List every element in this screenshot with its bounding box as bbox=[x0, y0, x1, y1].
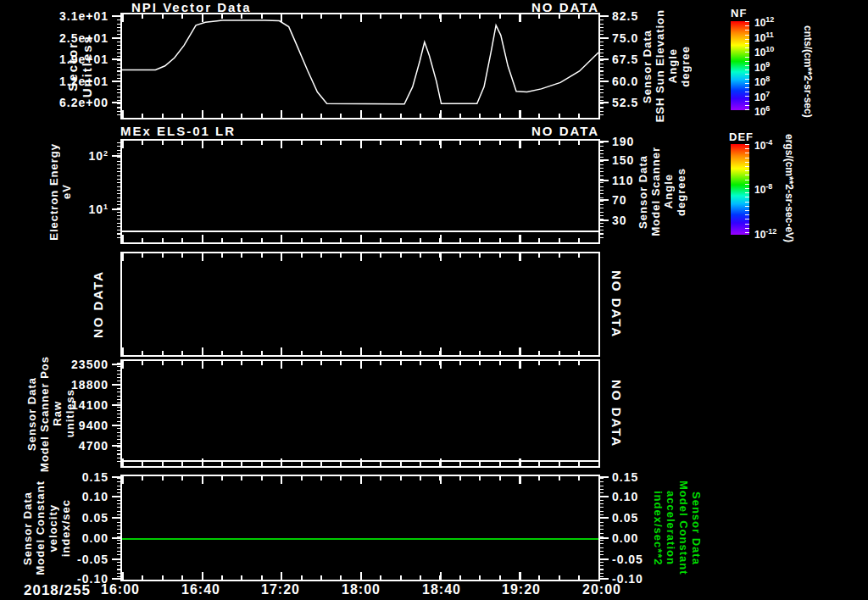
y-tick-label: 110 bbox=[612, 174, 634, 187]
y-tick-label: 4700 bbox=[79, 439, 108, 453]
def-tick-label: 10-8 bbox=[754, 182, 772, 196]
y-tick-label: 0.15 bbox=[612, 470, 638, 484]
y-tick-label: 0.15 bbox=[82, 470, 108, 484]
nf-tick-label: 109 bbox=[754, 60, 770, 74]
y-tick bbox=[112, 102, 122, 103]
y-tick bbox=[112, 37, 122, 39]
time-tick-label: 19:20 bbox=[487, 582, 555, 597]
x-minor-ticks bbox=[122, 141, 598, 145]
y-tick bbox=[112, 384, 122, 386]
y-minor-ticks-left bbox=[117, 142, 122, 241]
y-tick bbox=[112, 476, 122, 478]
time-tick-label: 18:00 bbox=[327, 582, 395, 597]
panel5-left-axis-label: Sensor DataModel Constantvelocityindex/s… bbox=[20, 475, 73, 581]
y-tick bbox=[112, 15, 122, 17]
y-tick-label: 190 bbox=[612, 135, 634, 148]
y-tick bbox=[112, 364, 122, 365]
y-tick bbox=[598, 180, 609, 181]
nf-tick-label: 106 bbox=[754, 104, 770, 118]
y-tick bbox=[598, 496, 609, 497]
def-colorbar bbox=[731, 144, 749, 235]
y-tick bbox=[112, 425, 122, 426]
panel1-left-axis-label: SectorUnitless bbox=[64, 13, 95, 119]
y-minor-ticks-left bbox=[117, 363, 122, 464]
y-tick bbox=[112, 537, 122, 539]
nf-tick-label: 1012 bbox=[754, 15, 774, 29]
colorbar-ticks bbox=[745, 21, 749, 110]
panel2-title: MEx ELS-01 LR bbox=[120, 124, 236, 138]
x-minor-ticks bbox=[122, 14, 598, 19]
y-tick-label: 70 bbox=[612, 193, 627, 207]
y-tick-label: -0.05 bbox=[77, 553, 108, 566]
panel5-right-axis-label: index/sec**2accelerationModel ConstantSe… bbox=[651, 475, 704, 581]
y-tick bbox=[598, 15, 609, 17]
y-tick bbox=[112, 558, 122, 560]
y-tick-label: 60.0 bbox=[612, 75, 638, 88]
y-tick-label: 102 bbox=[88, 148, 108, 163]
y-tick bbox=[112, 517, 122, 519]
panel-no-data-3 bbox=[120, 252, 600, 357]
x-minor-ticks bbox=[122, 476, 598, 481]
nf-colorbar bbox=[731, 21, 749, 110]
y-tick bbox=[598, 159, 609, 161]
y-tick-label: 0.10 bbox=[82, 490, 108, 503]
y-tick-label: 14100 bbox=[71, 398, 108, 412]
y-tick bbox=[112, 58, 122, 60]
y-tick bbox=[598, 578, 609, 580]
y-tick-label: 101 bbox=[88, 203, 108, 217]
panel-mex-els: 102 101 190 150 110 70 30 bbox=[120, 139, 600, 244]
nf-tick-label: 107 bbox=[754, 90, 770, 103]
y-tick bbox=[598, 102, 609, 103]
y-tick-label: 0.05 bbox=[612, 511, 638, 525]
panel4-left-axis-label: Sensor DataModel Scanner PosRawunitless bbox=[25, 359, 76, 468]
time-tick-label: 18:40 bbox=[408, 582, 476, 597]
y-tick-label: 18800 bbox=[71, 378, 108, 392]
def-colorbar-title: DEF bbox=[729, 131, 754, 143]
def-tick-label: 10-12 bbox=[754, 227, 776, 241]
y-tick bbox=[598, 141, 609, 142]
panel-constant-velocity: 0.15 0.10 0.05 0.00 -0.05 -0.10 0.15 0.1… bbox=[120, 475, 600, 581]
date-label: 2018/255 bbox=[24, 582, 91, 599]
time-tick-label: 17:20 bbox=[247, 582, 314, 597]
nf-tick-label: 108 bbox=[754, 75, 770, 88]
x-minor-ticks bbox=[122, 575, 598, 580]
panel-npi-vector-data: 3.1e+01 2.5e+01 1.9e+01 1.2e+01 6.2e+00 … bbox=[120, 13, 600, 119]
y-tick bbox=[598, 199, 609, 201]
x-minor-ticks bbox=[122, 351, 598, 355]
y-tick bbox=[112, 496, 122, 497]
y-tick bbox=[598, 219, 609, 221]
plot-screen: NPI Vector Data NO DATA 3.1e+01 2.5e+01 … bbox=[0, 0, 868, 600]
y-tick-label: 82.5 bbox=[612, 9, 638, 23]
nf-colorbar-title: NF bbox=[731, 7, 747, 19]
y-tick bbox=[112, 208, 122, 210]
y-tick bbox=[598, 537, 609, 539]
y-tick bbox=[598, 37, 609, 39]
y-tick bbox=[598, 558, 609, 560]
sector-trace bbox=[122, 14, 598, 118]
time-tick-label: 16:00 bbox=[86, 582, 154, 597]
flat-data-trace bbox=[122, 460, 598, 462]
time-tick-label: 16:40 bbox=[167, 582, 235, 597]
panel3-right-no-data: NO DATA bbox=[607, 252, 626, 357]
y-tick bbox=[112, 81, 122, 82]
panel2-right-axis-label: Sensor DataModel ScannerAngledegrees bbox=[638, 139, 686, 244]
nf-colorbar-unit: cnts/(cm**2-sr-sec) bbox=[802, 25, 814, 169]
colorbar-ticks bbox=[745, 144, 749, 235]
time-tick-label: 20:00 bbox=[568, 582, 636, 597]
y-tick bbox=[112, 445, 122, 447]
nf-tick-label: 1011 bbox=[754, 31, 774, 44]
acceleration-zero-trace bbox=[122, 538, 598, 540]
y-tick bbox=[112, 155, 122, 157]
y-tick-label: -0.05 bbox=[612, 553, 643, 566]
y-tick bbox=[112, 404, 122, 406]
def-tick-label: 10-4 bbox=[754, 138, 772, 152]
y-tick bbox=[598, 58, 609, 60]
y-tick-label: 0.10 bbox=[612, 490, 638, 503]
y-tick bbox=[112, 578, 122, 580]
y-tick-label: 0.00 bbox=[82, 531, 108, 545]
y-tick-label: 0.00 bbox=[612, 531, 638, 545]
y-tick-label: 67.5 bbox=[612, 53, 638, 66]
y-minor-ticks-right bbox=[598, 142, 604, 241]
flat-data-trace bbox=[122, 231, 598, 232]
y-tick-label: 23500 bbox=[71, 358, 108, 371]
